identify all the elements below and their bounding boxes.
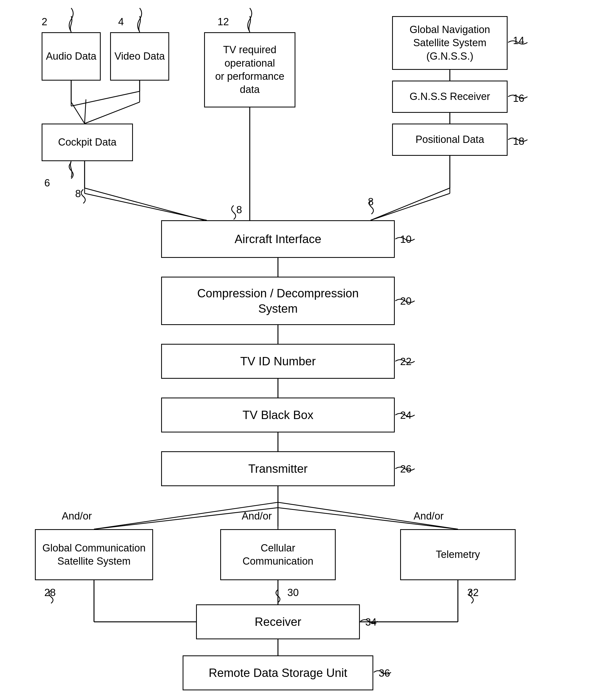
ref-12: 12 [218,16,229,28]
gnss-receiver-box: G.N.S.S Receiver [392,81,507,113]
compression-box: Compression / DecompressionSystem [161,277,395,325]
ref-22: 22 [400,356,412,368]
svg-line-10 [371,188,450,220]
svg-line-5 [84,188,204,220]
ref-26: 26 [400,464,412,475]
svg-line-3 [84,102,140,124]
ref-10: 10 [400,234,412,245]
ref-8-center: 8 [236,204,242,216]
audio-data-box: Audio Data [42,32,101,81]
andor-left: And/or [62,510,92,522]
transmitter-box: Transmitter [161,451,395,486]
svg-line-28 [84,99,86,124]
cellular-comm-box: CellularCommunication [220,529,336,580]
ref-24: 24 [400,410,412,421]
ref-36: 36 [379,668,390,679]
positional-data-box: Positional Data [392,124,507,156]
global-comm-box: Global CommunicationSatellite System [35,529,153,580]
ref-14: 14 [513,35,524,47]
ref-16: 16 [513,93,524,104]
ref-32: 32 [467,587,478,598]
ref-30: 30 [288,587,299,598]
ref-2: 2 [42,16,47,28]
diagram: Audio Data 2 Video Data 4 Cockpit Data 6… [0,0,597,700]
svg-line-35 [371,193,450,220]
ref-20: 20 [400,296,412,307]
ref-18: 18 [513,136,524,147]
remote-storage-box: Remote Data Storage Unit [183,655,373,690]
ref-34: 34 [365,617,376,628]
video-data-box: Video Data [110,32,169,81]
aircraft-interface-box: Aircraft Interface [161,220,395,258]
gnss-box: Global NavigationSatellite System(G.N.S.… [392,16,507,70]
ref-8-right: 8 [368,196,374,208]
tv-id-box: TV ID Number [161,344,395,379]
svg-line-27 [71,91,140,106]
cockpit-data-box: Cockpit Data [42,124,133,161]
ref-28: 28 [44,587,56,598]
andor-right: And/or [414,510,444,522]
tv-operational-box: TV requiredoperationalor performancedata [204,32,295,107]
telemetry-box: Telemetry [400,529,516,580]
ref-4: 4 [118,16,124,28]
ref-8-left: 8 [75,188,81,200]
tv-black-box-box: TV Black Box [161,398,395,432]
svg-line-32 [84,193,207,220]
receiver-box: Receiver [196,604,360,639]
svg-line-2 [71,102,84,124]
andor-center: And/or [242,510,272,522]
ref-6: 6 [44,177,50,189]
